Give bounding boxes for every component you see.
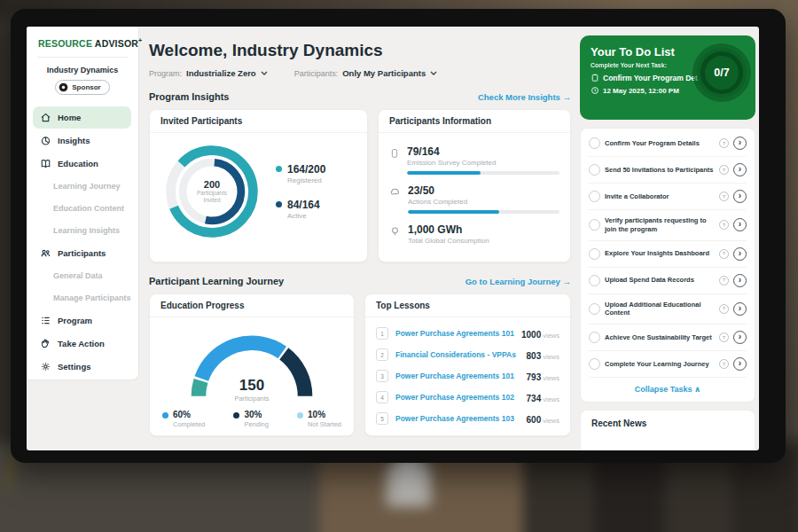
- lesson-link[interactable]: Power Purchase Agreements 101: [395, 372, 520, 380]
- sidebar-item-home[interactable]: Home: [33, 106, 131, 129]
- task-label: Achieve One Sustainability Target: [605, 333, 715, 342]
- lesson-link[interactable]: Power Purchase Agreements 101: [395, 329, 514, 338]
- task-checkbox[interactable]: [589, 191, 600, 202]
- link-label: Check More Insights: [478, 92, 560, 102]
- sidebar-item-label: Education: [58, 159, 98, 168]
- task-label: Send 50 Invitations to Participants: [605, 166, 715, 175]
- task-checkbox[interactable]: [589, 303, 600, 315]
- sidebar-item-general-data[interactable]: General Data: [33, 265, 131, 286]
- lesson-link[interactable]: Power Purchase Agreements 102: [395, 393, 520, 402]
- legend-label: Active: [287, 212, 320, 220]
- task-row: Upload Spend Data Records ? ›: [589, 268, 747, 294]
- legend-dot: [276, 166, 282, 172]
- help-icon[interactable]: ?: [719, 332, 729, 342]
- actions-progress-bar: [408, 210, 559, 214]
- help-icon[interactable]: ?: [719, 220, 729, 230]
- todo-task-list: Confirm Your Program Details ? › Send 50…: [580, 128, 755, 403]
- task-open-button[interactable]: ›: [733, 137, 747, 150]
- views-count: 734: [527, 394, 542, 403]
- help-icon[interactable]: ?: [719, 192, 729, 201]
- legend-dot: [276, 201, 282, 207]
- sidebar-item-program[interactable]: Program: [33, 309, 131, 332]
- task-open-button[interactable]: ›: [733, 274, 747, 287]
- help-icon[interactable]: ?: [719, 165, 729, 175]
- lesson-link[interactable]: Financial Considerations - VPPAs: [395, 350, 520, 359]
- sidebar-item-education-content[interactable]: Education Content: [33, 198, 131, 219]
- views-count: 1000: [521, 330, 541, 340]
- gauge-center-label: Participants: [181, 395, 323, 403]
- task-open-button[interactable]: ›: [733, 302, 747, 316]
- views-word: views: [543, 374, 559, 382]
- help-icon[interactable]: ?: [719, 138, 729, 148]
- task-open-button[interactable]: ›: [733, 163, 747, 176]
- legend-item-pending: 30% Pending: [233, 410, 269, 428]
- task-open-button[interactable]: ›: [733, 190, 747, 203]
- program-filter[interactable]: Program: Industrialize Zero: [149, 68, 268, 78]
- recent-news-card: Recent News: [580, 410, 755, 450]
- task-checkbox[interactable]: [589, 164, 600, 176]
- sidebar-item-participants[interactable]: Participants: [33, 242, 131, 264]
- main-content: Welcome, Industry Dynamics Program: Indu…: [149, 27, 571, 436]
- task-label: Explore Your Insights Dashboard: [605, 249, 715, 258]
- sidebar-item-manage-participants[interactable]: Manage Participants: [33, 287, 131, 309]
- task-checkbox[interactable]: [589, 358, 600, 370]
- legend-label: Registered: [287, 176, 325, 184]
- lesson-rank: 2: [376, 348, 388, 361]
- sidebar-item-label: Learning Journey: [53, 182, 121, 191]
- task-open-button[interactable]: ›: [733, 218, 747, 231]
- todo-header-card: Your To Do List Complete Your Next Task:…: [580, 35, 755, 120]
- info-value: 23/50: [408, 184, 559, 197]
- sidebar-item-settings[interactable]: Settings: [33, 356, 131, 378]
- legend-dot: [297, 412, 303, 419]
- sidebar-item-label: Insights: [58, 136, 90, 145]
- sponsor-badge[interactable]: Sponsor: [55, 80, 109, 95]
- task-label: Complete Your Learning Journey: [605, 360, 715, 369]
- help-icon[interactable]: ?: [719, 304, 729, 314]
- learning-journey-header: Participant Learning Journey Go to Learn…: [149, 276, 571, 286]
- sidebar-divider: [37, 57, 128, 58]
- card-title: Top Lessons: [365, 294, 570, 317]
- chevron-down-icon: [430, 71, 437, 76]
- legend-item-completed: 60% Completed: [162, 410, 205, 428]
- task-checkbox[interactable]: [589, 248, 600, 260]
- sidebar-item-take-action[interactable]: Take Action: [33, 332, 131, 355]
- sponsor-icon: [59, 82, 68, 92]
- chevron-up-icon: ∧: [694, 385, 700, 394]
- help-icon[interactable]: ?: [719, 276, 729, 286]
- sidebar-item-learning-insights[interactable]: Learning Insights: [33, 220, 131, 241]
- home-icon: [40, 112, 51, 123]
- task-checkbox[interactable]: [589, 275, 600, 286]
- gear-icon: [40, 361, 51, 372]
- task-open-button[interactable]: ›: [733, 357, 747, 371]
- sidebar-item-learning-journey[interactable]: Learning Journey: [33, 176, 131, 197]
- education-progress-card: Education Progress 150 Participants 60%: [149, 293, 355, 436]
- task-checkbox[interactable]: [589, 219, 600, 231]
- top-lessons-card: Top Lessons 1 Power Purchase Agreements …: [364, 293, 571, 436]
- sidebar-item-education[interactable]: Education: [33, 153, 131, 175]
- collapse-tasks-link[interactable]: Collapse Tasks ∧: [589, 378, 747, 400]
- sponsor-badge-label: Sponsor: [72, 83, 100, 91]
- participants-filter[interactable]: Participants: Only My Participants: [294, 68, 438, 78]
- lesson-link[interactable]: Power Purchase Agreements 103: [395, 414, 520, 423]
- info-label: Total Global Consumption: [408, 237, 559, 245]
- sidebar-item-label: General Data: [53, 271, 103, 280]
- check-more-insights-link[interactable]: Check More Insights →: [478, 92, 571, 102]
- monitor-bezel: RESOURCE ADVISOR+ Industry Dynamics Spon…: [11, 9, 786, 463]
- education-gauge-chart: 150 Participants: [181, 325, 323, 403]
- info-label: Emission Survey Completed: [407, 159, 559, 167]
- link-label: Go to Learning Journey: [466, 277, 560, 286]
- task-row: Upload Additional Educational Content ? …: [589, 294, 747, 325]
- lesson-row: 4 Power Purchase Agreements 102 734views: [376, 387, 559, 408]
- help-icon[interactable]: ?: [719, 359, 729, 369]
- task-checkbox[interactable]: [589, 137, 600, 149]
- go-to-learning-journey-link[interactable]: Go to Learning Journey →: [466, 277, 571, 286]
- participants-information-card: Participants Information 79/164 Emission…: [378, 109, 571, 262]
- task-open-button[interactable]: ›: [733, 247, 747, 261]
- help-icon[interactable]: ?: [719, 249, 729, 259]
- invited-legend: 164/200 Registered 84/164 Active: [276, 163, 325, 220]
- task-checkbox[interactable]: [589, 332, 600, 343]
- task-open-button[interactable]: ›: [733, 331, 747, 344]
- legend-item-active: 84/164 Active: [276, 199, 325, 220]
- arrow-right-icon: →: [563, 277, 572, 286]
- sidebar-item-insights[interactable]: Insights: [33, 129, 131, 152]
